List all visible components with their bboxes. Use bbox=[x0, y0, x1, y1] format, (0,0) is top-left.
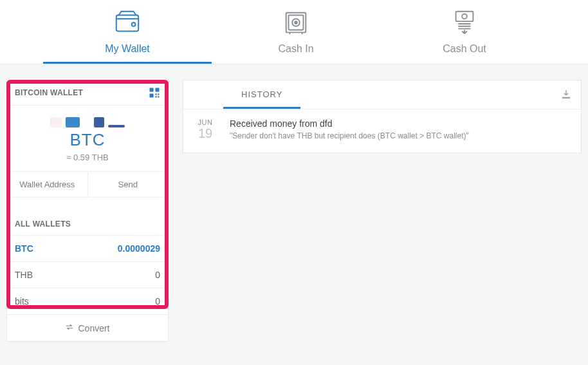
history-card: HISTORY JUN 19 Received money from dfd "… bbox=[183, 80, 582, 153]
convert-icon bbox=[65, 323, 74, 333]
wallet-row-thb[interactable]: THB 0 bbox=[7, 261, 168, 288]
wallet-row-bits[interactable]: bits 0 bbox=[7, 288, 168, 314]
wallet-card-title: BITCOIN WALLET bbox=[15, 88, 83, 97]
svg-point-7 bbox=[462, 14, 467, 19]
history-title: Received money from dfd bbox=[230, 118, 469, 129]
history-month: JUN bbox=[192, 118, 218, 126]
tab-cash-in[interactable]: Cash In bbox=[212, 0, 380, 64]
svg-rect-10 bbox=[150, 94, 154, 98]
history-date: JUN 19 bbox=[192, 118, 218, 141]
convert-label: Convert bbox=[78, 323, 109, 333]
svg-rect-8 bbox=[150, 88, 154, 92]
wallet-row-name: bits bbox=[15, 296, 29, 306]
balance-obscured bbox=[12, 117, 163, 127]
history-item[interactable]: JUN 19 Received money from dfd "Sender d… bbox=[183, 109, 581, 153]
all-wallets-title: ALL WALLETS bbox=[7, 209, 168, 235]
wallet-row-value: 0.0000029 bbox=[118, 243, 160, 254]
wallet-row-btc[interactable]: BTC 0.0000029 bbox=[7, 235, 168, 261]
svg-point-1 bbox=[132, 23, 136, 26]
top-nav: My Wallet Cash In Cash Out bbox=[0, 0, 588, 64]
wallet-address-button[interactable]: Wallet Address bbox=[7, 172, 88, 197]
cash-out-icon bbox=[450, 8, 479, 39]
tab-label: Cash In bbox=[278, 43, 313, 55]
wallet-row-value: 0 bbox=[155, 270, 160, 280]
wallet-row-name: BTC bbox=[15, 243, 33, 254]
svg-rect-6 bbox=[456, 11, 473, 21]
tab-label: Cash Out bbox=[443, 43, 486, 55]
wallet-icon bbox=[113, 8, 142, 39]
svg-rect-12 bbox=[158, 94, 159, 95]
wallet-currency: BTC bbox=[12, 130, 163, 150]
svg-rect-11 bbox=[156, 94, 157, 95]
convert-button[interactable]: Convert bbox=[7, 314, 168, 341]
safe-icon bbox=[281, 8, 311, 39]
svg-rect-9 bbox=[156, 88, 160, 92]
wallet-row-value: 0 bbox=[155, 296, 160, 306]
wallet-row-name: THB bbox=[15, 270, 33, 280]
history-note: "Sender don't have THB but recipient doe… bbox=[230, 131, 469, 140]
svg-point-5 bbox=[295, 21, 297, 24]
tab-my-wallet[interactable]: My Wallet bbox=[43, 0, 212, 64]
svg-rect-14 bbox=[158, 96, 159, 97]
history-tab[interactable]: HISTORY bbox=[223, 80, 300, 109]
qr-code-button[interactable] bbox=[149, 87, 160, 98]
bitcoin-wallet-card: BITCOIN WALLET BTC ≈ 0.59 THB Wallet Add… bbox=[6, 80, 169, 342]
svg-rect-13 bbox=[156, 96, 157, 97]
history-day: 19 bbox=[192, 126, 218, 141]
tab-cash-out[interactable]: Cash Out bbox=[380, 0, 549, 64]
send-button[interactable]: Send bbox=[88, 172, 169, 197]
wallet-fiat-value: ≈ 0.59 THB bbox=[12, 153, 163, 162]
download-button[interactable] bbox=[560, 89, 572, 100]
tab-label: My Wallet bbox=[105, 43, 150, 55]
sidebar: BITCOIN WALLET BTC ≈ 0.59 THB Wallet Add… bbox=[6, 80, 169, 342]
